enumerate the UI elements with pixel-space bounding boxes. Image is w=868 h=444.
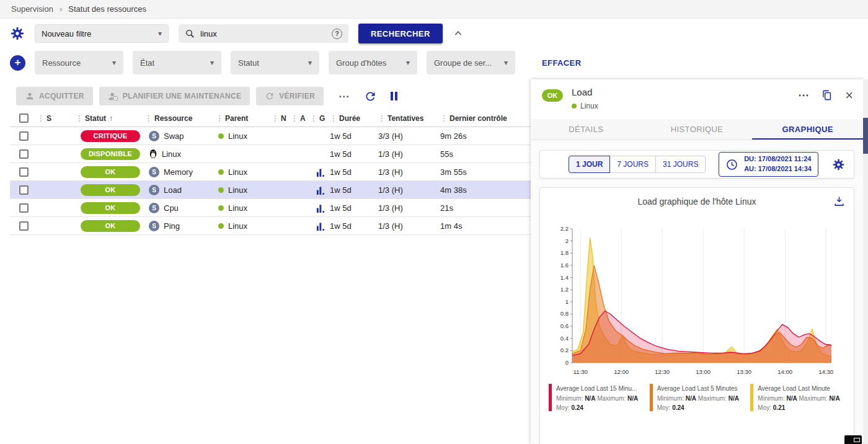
column-header-g[interactable]: ⋮ G bbox=[310, 114, 330, 123]
graph-settings-gear-icon[interactable] bbox=[832, 158, 845, 171]
parent-name[interactable]: Linux bbox=[228, 203, 247, 213]
breadcrumb-supervision[interactable]: Supervision bbox=[11, 4, 53, 14]
row-checkbox[interactable] bbox=[19, 167, 29, 177]
panel-more-actions-icon[interactable]: ⋯ bbox=[798, 92, 808, 99]
range-7-days-button[interactable]: 7 JOURS bbox=[609, 156, 656, 173]
drag-handle-icon[interactable]: ⋮ bbox=[330, 114, 337, 123]
saved-filter-select[interactable]: Nouveau filtre ▾ bbox=[35, 24, 169, 43]
export-download-icon[interactable] bbox=[833, 195, 845, 207]
criteria-statut-select[interactable]: Statut ▾ bbox=[231, 51, 319, 74]
graph-icon[interactable] bbox=[316, 185, 325, 195]
drag-handle-icon[interactable]: ⋮ bbox=[37, 114, 45, 123]
chart-legend: Average Load Last 15 Minu... Minimum: N/… bbox=[545, 384, 849, 413]
collapse-filters-chevron-up-icon[interactable] bbox=[453, 28, 464, 40]
legend-item-load5[interactable]: Average Load Last 5 Minutes Minimum: N/A… bbox=[650, 384, 745, 413]
legend-item-load1[interactable]: Average Load Last Minute Minimum: N/A Ma… bbox=[750, 384, 845, 413]
row-checkbox[interactable] bbox=[19, 185, 29, 195]
table-row-load[interactable]: OK S Load Linux 1w 5d 1/3 (H) 4m 38s bbox=[10, 181, 531, 199]
graph-icon[interactable] bbox=[316, 221, 325, 231]
range-31-days-button[interactable]: 31 JOURS bbox=[655, 156, 706, 173]
column-header-tries[interactable]: ⋮ Tentatives bbox=[378, 114, 440, 123]
tries-cell: 1/3 (H) bbox=[378, 167, 440, 177]
table-row-ping[interactable]: OK S Ping Linux 1w 5d 1/3 (H) 1m 4s bbox=[10, 217, 531, 235]
drag-handle-icon[interactable]: ⋮ bbox=[291, 114, 298, 123]
criteria-servicegroup-select[interactable]: Groupe de ser... ▾ bbox=[427, 51, 515, 74]
service-icon: S bbox=[149, 131, 159, 141]
close-panel-icon[interactable]: × bbox=[845, 90, 853, 101]
resource-name[interactable]: Load bbox=[164, 185, 182, 195]
select-all-checkbox[interactable] bbox=[19, 113, 29, 123]
parent-name[interactable]: Linux bbox=[228, 221, 247, 231]
column-header-status[interactable]: ⋮ Statut ↑ bbox=[76, 114, 145, 123]
resource-name[interactable]: Linux bbox=[162, 149, 181, 159]
refresh-icon[interactable] bbox=[360, 90, 381, 103]
panel-title: Load bbox=[572, 87, 598, 97]
search-input[interactable] bbox=[200, 29, 327, 38]
drag-handle-icon[interactable]: ⋮ bbox=[272, 114, 279, 123]
parent-name[interactable]: Linux bbox=[228, 131, 247, 141]
column-header-a[interactable]: ⋮ A bbox=[291, 114, 310, 123]
svg-text:1: 1 bbox=[565, 298, 569, 305]
sort-asc-icon[interactable]: ↑ bbox=[109, 114, 113, 123]
criteria-resource-select[interactable]: Ressource ▾ bbox=[35, 51, 123, 74]
tab-details[interactable]: DÉTAILS bbox=[531, 119, 642, 140]
criteria-etat-select[interactable]: État ▾ bbox=[133, 51, 221, 74]
more-actions-icon[interactable]: ⋯ bbox=[334, 90, 354, 103]
panel-scrollbar[interactable] bbox=[863, 79, 868, 444]
host-up-dot-icon bbox=[218, 223, 224, 229]
legend-item-load15[interactable]: Average Load Last 15 Minu... Minimum: N/… bbox=[549, 384, 644, 413]
tab-historique[interactable]: HISTORIQUE bbox=[642, 119, 753, 140]
column-header-severity[interactable]: ⋮ S bbox=[37, 114, 76, 123]
table-row-linux[interactable]: DISPONIBLE Linux 1w 5d 1/3 (H) 55s bbox=[10, 145, 531, 163]
column-header-last-check[interactable]: ⋮ Dernier contrôle bbox=[440, 114, 531, 123]
parent-name[interactable]: Linux bbox=[228, 185, 247, 195]
table-row-memory[interactable]: OK S Memory Linux 1w 5d 1/3 (H) 3m 55s bbox=[10, 163, 531, 181]
column-header-resource[interactable]: ⋮ Ressource bbox=[145, 114, 216, 123]
drag-handle-icon[interactable]: ⋮ bbox=[216, 114, 223, 123]
filter-settings-gear-icon[interactable] bbox=[10, 26, 25, 41]
add-criteria-button[interactable]: + bbox=[10, 55, 25, 71]
column-header-n[interactable]: ⋮ N bbox=[272, 114, 291, 123]
scrollbar-thumb[interactable] bbox=[863, 118, 868, 154]
row-checkbox[interactable] bbox=[19, 149, 29, 159]
drag-handle-icon[interactable]: ⋮ bbox=[378, 114, 386, 123]
search-button[interactable]: RECHERCHER bbox=[358, 24, 443, 43]
search-box[interactable]: ? bbox=[179, 24, 348, 43]
breadcrumb-statut-ressources[interactable]: Statut des ressources bbox=[68, 4, 146, 14]
drag-handle-icon[interactable]: ⋮ bbox=[440, 114, 448, 123]
table-row-cpu[interactable]: OK S Cpu Linux 1w 5d 1/3 (H) 21s bbox=[10, 199, 531, 217]
range-1-day-button[interactable]: 1 JOUR bbox=[569, 156, 610, 173]
pause-autorefresh-icon[interactable] bbox=[387, 92, 401, 100]
row-checkbox[interactable] bbox=[19, 131, 29, 141]
load-area-chart[interactable]: 11:3012:0012:3013:0013:3014:0014:3000.20… bbox=[552, 223, 841, 379]
row-checkbox[interactable] bbox=[19, 221, 29, 231]
service-icon: S bbox=[149, 185, 159, 195]
criteria-hostgroup-select[interactable]: Group d'hôtes ▾ bbox=[329, 51, 417, 74]
check-button[interactable]: VÉRIFIER bbox=[256, 87, 324, 105]
date-to: AU: 17/08/2021 14:34 bbox=[744, 164, 812, 174]
clear-filters-button[interactable]: EFFACER bbox=[542, 58, 581, 68]
custom-date-range-picker[interactable]: DU: 17/08/2021 11:24 AU: 17/08/2021 14:3… bbox=[719, 152, 818, 177]
drag-handle-icon[interactable]: ⋮ bbox=[145, 114, 153, 123]
column-header-duration[interactable]: ⋮ Durée bbox=[330, 114, 378, 123]
graph-icon[interactable] bbox=[316, 203, 325, 213]
resource-name[interactable]: Cpu bbox=[164, 203, 179, 213]
drag-handle-icon[interactable]: ⋮ bbox=[310, 114, 317, 123]
resource-name[interactable]: Memory bbox=[164, 167, 193, 177]
row-checkbox[interactable] bbox=[19, 203, 29, 213]
resource-name[interactable]: Swap bbox=[164, 131, 184, 141]
tries-cell: 1/3 (H) bbox=[378, 203, 440, 213]
panel-parent-name[interactable]: Linux bbox=[580, 102, 598, 110]
table-row-swap[interactable]: CRITIQUE S Swap Linux 1w 5d 3/3 (H) 9m 2… bbox=[10, 127, 531, 145]
resource-name[interactable]: Ping bbox=[164, 221, 180, 231]
acknowledge-button[interactable]: ACQUITTER bbox=[16, 87, 93, 105]
duration-cell: 1w 5d bbox=[330, 221, 378, 231]
tab-graphique[interactable]: GRAPHIQUE bbox=[752, 119, 863, 140]
parent-name[interactable]: Linux bbox=[228, 167, 247, 177]
graph-icon[interactable] bbox=[316, 167, 325, 177]
set-downtime-button[interactable]: PLANIFIER UNE MAINTENANCE bbox=[99, 87, 250, 105]
drag-handle-icon[interactable]: ⋮ bbox=[76, 114, 83, 123]
copy-link-icon[interactable] bbox=[821, 89, 833, 101]
help-icon[interactable]: ? bbox=[332, 29, 342, 39]
column-header-parent[interactable]: ⋮ Parent bbox=[216, 114, 272, 123]
